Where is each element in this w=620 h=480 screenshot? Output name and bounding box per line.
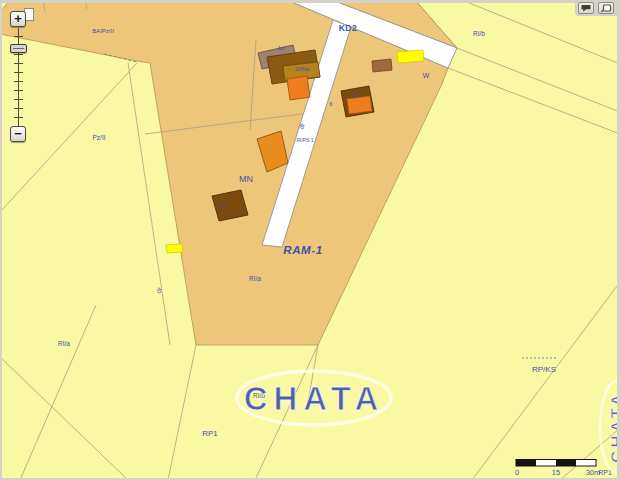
callout-icon <box>580 4 592 13</box>
building-label-1a: 1a <box>220 202 227 208</box>
zoom-in-button[interactable]: + <box>10 11 26 27</box>
scalebar-mid: 15 <box>552 468 560 477</box>
window-edge-top <box>0 0 620 3</box>
zone-label-rp1-south: RP1 <box>202 429 218 438</box>
zone-label-mn: MN <box>239 174 253 184</box>
zone-label-ri-a-west: RI/a <box>58 340 70 347</box>
zone-label-rp-ks: RP/KS <box>532 365 556 374</box>
zone-label-ba-pz-ii: BA/Pz/II <box>92 28 114 34</box>
popout-tool-button[interactable] <box>598 2 614 14</box>
zone-label-parcel-6: 6 <box>330 101 333 107</box>
building-1p-inner <box>347 96 372 114</box>
watermark-ellipse: CHATA <box>237 371 391 425</box>
scalebar-end: 30m <box>586 468 601 477</box>
building-label-2rma: 2/RMa <box>295 67 309 72</box>
zoom-slider-handle[interactable] <box>10 44 27 53</box>
zoom-slider-track[interactable] <box>13 28 24 127</box>
building-1a <box>212 190 248 221</box>
map-canvas[interactable]: BA/Pz/II KD2 RI/b W dr RI/PS 1 Pz/II MN … <box>0 0 620 480</box>
map-toolbar <box>575 0 617 16</box>
zoom-out-button[interactable]: − <box>10 126 26 142</box>
popout-icon <box>600 4 612 13</box>
zone-label-kd2: KD2 <box>339 23 358 33</box>
building-roadside-shed <box>372 59 392 72</box>
map-application-window: BA/Pz/II KD2 RI/b W dr RI/PS 1 Pz/II MN … <box>0 0 620 480</box>
zone-label-ri-a-mid: RI/a <box>249 275 261 282</box>
window-edge-left <box>0 0 2 480</box>
watermark-text: CHATA <box>244 380 385 417</box>
zone-label-ram-1: RAM-1 <box>283 244 322 256</box>
zone-label-w: W <box>423 72 430 79</box>
zone-label-pz-ii: Pz/II <box>92 134 105 141</box>
scalebar-start: 0 <box>515 468 519 477</box>
highlight-rect-road[interactable] <box>397 50 424 63</box>
building-orange-small <box>287 76 310 100</box>
zone-label-ri-ps-1: RI/PS 1 <box>296 137 313 143</box>
building-label-1d: 1d <box>278 45 284 51</box>
highlight-rect-strip[interactable] <box>166 244 183 253</box>
callout-tool-button[interactable] <box>578 2 594 14</box>
building-label-1p: 1P <box>354 92 361 98</box>
zone-label-ri-b-northeast: RI/b <box>473 30 485 37</box>
